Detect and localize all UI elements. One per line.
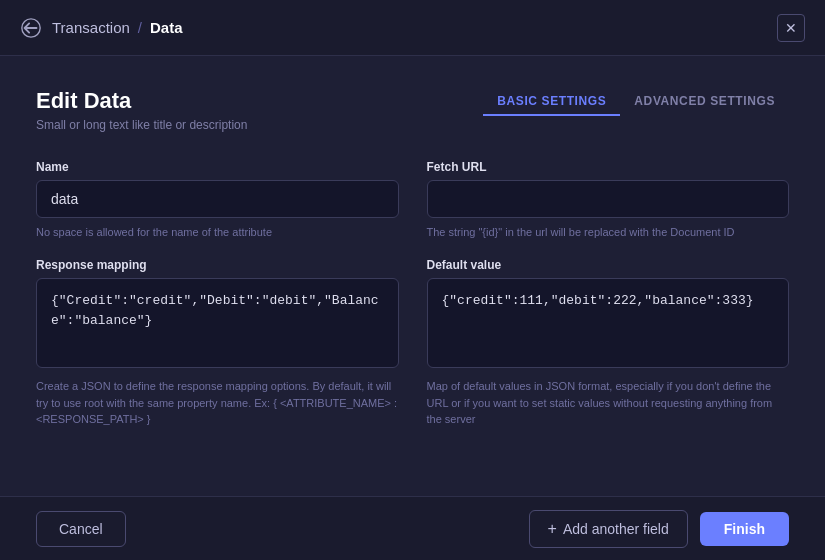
page-subtitle: Small or long text like title or descrip…	[36, 118, 247, 132]
page-title: Edit Data	[36, 88, 247, 114]
add-another-field-button[interactable]: + Add another field	[529, 510, 688, 548]
name-field-group: Name No space is allowed for the name of…	[36, 160, 399, 238]
page-header: Edit Data Small or long text like title …	[36, 88, 789, 132]
header: Transaction / Data ✕	[0, 0, 825, 56]
default-value-description: Map of default values in JSON format, es…	[427, 378, 790, 428]
response-mapping-field-group: Response mapping {"Credit":"credit","Deb…	[36, 258, 399, 428]
default-value-field-group: Default value {"credit":111,"debit":222,…	[427, 258, 790, 428]
back-arrow-icon[interactable]	[20, 17, 42, 39]
fetch-url-field-group: Fetch URL The string "{id}" in the url w…	[427, 160, 790, 238]
tab-advanced-settings[interactable]: ADVANCED SETTINGS	[620, 88, 789, 116]
footer-right: + Add another field Finish	[529, 510, 789, 548]
plus-icon: +	[548, 520, 557, 538]
form-grid: Name No space is allowed for the name of…	[36, 160, 789, 428]
window: Transaction / Data ✕ Edit Data Small or …	[0, 0, 825, 560]
name-label: Name	[36, 160, 399, 174]
close-button[interactable]: ✕	[777, 14, 805, 42]
breadcrumb-transaction[interactable]: Transaction	[52, 19, 130, 36]
cancel-button[interactable]: Cancel	[36, 511, 126, 547]
fetch-url-label: Fetch URL	[427, 160, 790, 174]
fetch-url-hint: The string "{id}" in the url will be rep…	[427, 226, 790, 238]
tabs: BASIC SETTINGS ADVANCED SETTINGS	[483, 88, 789, 116]
breadcrumb-separator: /	[138, 19, 142, 36]
response-mapping-label: Response mapping	[36, 258, 399, 272]
header-left: Transaction / Data	[20, 17, 183, 39]
default-value-textarea[interactable]: {"credit":111,"debit":222,"balance":333}	[427, 278, 790, 368]
breadcrumb: Transaction / Data	[52, 19, 183, 36]
response-mapping-description: Create a JSON to define the response map…	[36, 378, 399, 428]
name-hint: No space is allowed for the name of the …	[36, 226, 399, 238]
fetch-url-input[interactable]	[427, 180, 790, 218]
breadcrumb-data: Data	[150, 19, 183, 36]
page-title-area: Edit Data Small or long text like title …	[36, 88, 247, 132]
main-content: Edit Data Small or long text like title …	[0, 56, 825, 496]
tab-basic-settings[interactable]: BASIC SETTINGS	[483, 88, 620, 116]
footer: Cancel + Add another field Finish	[0, 496, 825, 560]
name-input[interactable]	[36, 180, 399, 218]
response-mapping-textarea[interactable]: {"Credit":"credit","Debit":"debit","Bala…	[36, 278, 399, 368]
default-value-label: Default value	[427, 258, 790, 272]
finish-button[interactable]: Finish	[700, 512, 789, 546]
